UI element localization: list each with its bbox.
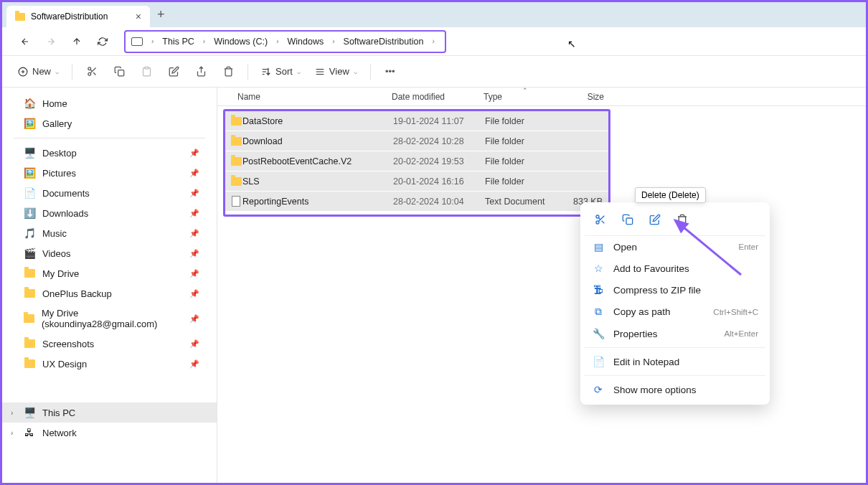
svg-point-5	[596, 215, 599, 218]
sidebar-item-quick[interactable]: My Drive (skoundinya28@gmail.com)📌	[2, 303, 217, 334]
breadcrumb[interactable]: › This PC › Windows (C:) › Windows › Sof…	[124, 30, 446, 53]
sidebar-item-label: Network	[42, 428, 77, 438]
forward-button[interactable]	[39, 32, 62, 52]
ctx-edit-notepad[interactable]: 📄 Edit in Notepad	[585, 351, 765, 372]
svg-point-6	[596, 221, 599, 224]
pin-icon: 📌	[189, 209, 199, 218]
tab-bar: SoftwareDistribution × +	[2, 2, 866, 27]
breadcrumb-item[interactable]: Windows (C:)	[211, 35, 270, 48]
sidebar-item-quick[interactable]: ⬇️Downloads📌	[2, 203, 217, 223]
toolbar: New ⌵ Sort ⌵ View ⌵ •••	[2, 56, 866, 88]
sidebar-item-label: Pictures	[42, 168, 76, 179]
chevron-down-icon: ⌵	[354, 68, 357, 75]
chevron-right-icon[interactable]: ›	[11, 429, 13, 437]
breadcrumb-item[interactable]: This PC	[159, 35, 197, 48]
sidebar-item-label: Documents	[42, 188, 90, 199]
pin-icon: 📌	[189, 314, 199, 324]
sidebar-item-quick[interactable]: 🎵Music📌	[2, 223, 217, 243]
new-tab-button[interactable]: +	[157, 7, 165, 22]
file-icon	[232, 196, 240, 207]
folder-icon	[231, 117, 242, 126]
ctx-cut-button[interactable]	[589, 209, 612, 230]
refresh-button[interactable]	[91, 32, 114, 52]
sidebar-item-home[interactable]: 🏠 Home	[2, 93, 217, 113]
up-button[interactable]	[65, 32, 88, 52]
paste-button[interactable]	[134, 62, 159, 80]
view-button[interactable]: View ⌵	[309, 62, 363, 80]
ctx-favourites[interactable]: ☆ Add to Favourites	[585, 258, 765, 279]
share-button[interactable]	[189, 62, 213, 80]
ctx-show-more[interactable]: ⟳ Show more options	[585, 379, 765, 400]
chevron-right-icon[interactable]: ›	[11, 409, 13, 417]
documents-icon: 📄	[24, 187, 35, 199]
separator	[72, 64, 72, 80]
ctx-open[interactable]: ▤ Open Enter	[585, 236, 765, 258]
back-button[interactable]	[14, 32, 37, 52]
breadcrumb-item[interactable]: Windows	[285, 35, 327, 48]
breadcrumb-item[interactable]: SoftwareDistribution	[341, 35, 427, 48]
chevron-right-icon: ›	[199, 37, 209, 45]
separator	[585, 347, 765, 348]
open-icon: ▤	[592, 241, 605, 253]
svg-rect-3	[118, 70, 123, 76]
videos-icon: 🎬	[24, 248, 35, 259]
copy-button[interactable]	[107, 62, 131, 80]
ctx-copy-path[interactable]: ⧉ Copy as path Ctrl+Shift+C	[585, 301, 765, 323]
notepad-icon: 📄	[592, 356, 605, 367]
sidebar-item-quick[interactable]: UX Design📌	[2, 354, 217, 374]
file-name: DataStore	[242, 116, 393, 126]
file-type: File folder	[485, 176, 562, 187]
rename-button[interactable]	[161, 62, 186, 80]
file-type: Text Document	[485, 197, 562, 207]
file-name: PostRebootEventCache.V2	[242, 156, 393, 166]
sidebar-item-label: UX Design	[42, 359, 87, 369]
ctx-rename-button[interactable]	[643, 209, 666, 230]
ctx-copy-button[interactable]	[616, 209, 639, 230]
ctx-label: Edit in Notepad	[613, 357, 679, 367]
sort-button[interactable]: Sort ⌵	[255, 62, 306, 80]
sidebar-item-quick[interactable]: Screenshots📌	[2, 334, 217, 354]
file-date: 20-02-2024 19:53	[393, 156, 485, 166]
table-row[interactable]: DataStore19-01-2024 11:07File folder	[225, 111, 608, 131]
ctx-delete-button[interactable]	[671, 209, 694, 230]
sidebar-item-network[interactable]: › 🖧 Network	[2, 423, 217, 443]
cut-button[interactable]	[80, 62, 104, 80]
sidebar-item-label: Gallery	[42, 118, 72, 129]
sidebar-item-quick[interactable]: 🖥️Desktop📌	[2, 143, 217, 163]
chevron-right-icon: ›	[272, 37, 283, 45]
sidebar-item-label: Music	[42, 228, 67, 239]
folder-icon	[24, 358, 35, 369]
more-button[interactable]: •••	[378, 62, 402, 80]
pin-icon: 📌	[189, 269, 199, 278]
pin-icon: 📌	[189, 289, 199, 298]
column-header-name[interactable]: Name	[230, 92, 392, 102]
file-name: Download	[242, 136, 393, 146]
ctx-compress-zip[interactable]: 🗜 Compress to ZIP file	[585, 279, 765, 301]
sidebar-item-quick[interactable]: 🎬Videos📌	[2, 243, 217, 263]
sidebar-item-quick[interactable]: 📄Documents📌	[2, 183, 217, 203]
folder-icon	[24, 313, 34, 324]
sidebar-item-thispc[interactable]: › 🖥️ This PC	[2, 402, 217, 423]
sidebar-item-gallery[interactable]: 🖼️ Gallery	[2, 113, 217, 133]
table-row[interactable]: ReportingEvents28-02-2024 10:04Text Docu…	[225, 192, 608, 211]
home-icon: 🏠	[24, 98, 35, 109]
chevron-right-icon: ›	[428, 37, 438, 45]
sidebar-item-quick[interactable]: 🖼️Pictures📌	[2, 163, 217, 183]
table-row[interactable]: PostRebootEventCache.V220-02-2024 19:53F…	[225, 151, 608, 171]
tab-active[interactable]: SoftwareDistribution ×	[6, 6, 150, 27]
table-row[interactable]: Download28-02-2024 10:28File folder	[225, 131, 608, 151]
column-header-size[interactable]: Size	[561, 92, 611, 102]
ctx-label: Add to Favourites	[613, 263, 689, 274]
sidebar-item-quick[interactable]: OnePlus Backup📌	[2, 283, 217, 303]
table-row[interactable]: SLS20-01-2024 16:16File folder	[225, 171, 608, 191]
ctx-properties[interactable]: 🔧 Properties Alt+Enter	[585, 323, 765, 344]
file-type: File folder	[485, 116, 562, 126]
sidebar-item-label: Downloads	[42, 208, 88, 219]
sidebar-item-quick[interactable]: My Drive📌	[2, 263, 217, 283]
pin-icon: 📌	[189, 249, 199, 258]
delete-button[interactable]	[216, 62, 240, 80]
tab-close-button[interactable]: ×	[136, 11, 141, 22]
column-header-date[interactable]: Date modified	[392, 92, 483, 102]
sidebar-item-label: Desktop	[42, 148, 77, 159]
new-button[interactable]: New ⌵	[12, 62, 65, 80]
